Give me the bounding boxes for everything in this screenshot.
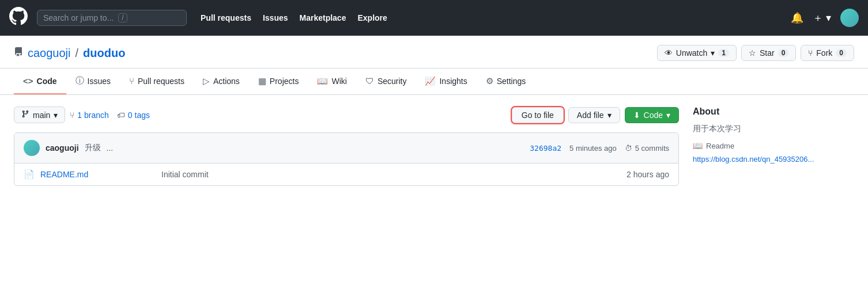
file-icon: 📄 [24,169,35,180]
star-button[interactable]: ☆ Star 0 [741,45,796,61]
search-placeholder-text: Search or jump to... [43,13,114,22]
commit-header: caoguoji 升级 ... 32698a2 5 minutes ago ⏱ … [14,133,678,163]
tab-security[interactable]: 🛡 Security [356,69,416,94]
tab-actions-label: Actions [213,77,240,86]
file-time: 2 hours ago [627,170,669,179]
topnav-marketplace[interactable]: Marketplace [300,13,346,22]
tag-icon: 🏷 [117,111,125,120]
topnav-pull-requests[interactable]: Pull requests [201,13,251,22]
create-button[interactable]: ＋ ▾ [813,11,831,25]
search-box[interactable]: Search or jump to... / [37,10,187,26]
download-icon: ⬇ [633,111,640,120]
tab-pull-requests[interactable]: ⑂ Pull requests [120,69,194,94]
commit-hash[interactable]: 32698a2 [530,144,561,153]
slash-key: / [118,13,127,22]
tab-insights-label: Insights [439,77,467,86]
tab-issues-label: Issues [88,77,111,86]
topnav-issues[interactable]: Issues [263,13,288,22]
commit-user-avatar [24,140,40,156]
notifications-button[interactable]: 🔔 [791,12,803,24]
tab-settings-label: Settings [497,77,526,86]
user-avatar[interactable] [840,9,859,27]
branch-count-link[interactable]: ⑂ 1 branch [70,111,108,120]
commit-count[interactable]: ⏱ 5 commits [625,144,669,153]
tab-projects[interactable]: ▦ Projects [249,69,308,94]
wiki-icon: 📖 [317,76,328,86]
add-file-chevron: ▾ [607,111,612,120]
unwatch-chevron: ▾ [711,48,715,58]
topnav-right: 🔔 ＋ ▾ [791,9,859,27]
tab-actions[interactable]: ▷ Actions [194,69,249,94]
tag-count-text: 0 tags [128,111,150,120]
repo-sidebar: About 用于本次学习 📖 Readme https://blog.csdn.… [693,106,854,186]
unwatch-button[interactable]: 👁 Unwatch ▾ 1 [657,45,737,61]
tab-wiki-label: Wiki [331,77,346,86]
code-chevron: ▾ [666,111,670,120]
tab-issues[interactable]: ⓘ Issues [66,69,120,94]
code-dropdown-button[interactable]: ⬇ Code ▾ [625,107,679,123]
about-description: 用于本次学习 [693,124,854,134]
repo-title: caoguoji / duoduo [14,47,125,60]
actions-icon: ▷ [203,76,210,86]
readme-icon: 📖 [693,141,703,150]
branch-chevron: ▾ [54,111,58,120]
tab-security-label: Security [378,77,407,86]
star-icon: ☆ [749,48,756,58]
repo-main: main ▾ ⑂ 1 branch 🏷 0 tags Go to file Ad… [14,106,679,186]
commit-message: 升级 [85,143,101,153]
repo-actions: 👁 Unwatch ▾ 1 ☆ Star 0 ⑂ Fork 0 [657,45,854,61]
tab-insights[interactable]: 📈 Insights [416,69,476,94]
github-logo[interactable] [9,7,28,29]
topnav: Search or jump to... / Pull requests Iss… [0,0,868,36]
commit-time: 5 minutes ago [569,144,617,153]
repo-name-link[interactable]: duoduo [83,47,125,60]
file-commit-msg: Initial commit [161,170,621,179]
unwatch-label: Unwatch [676,48,707,58]
about-link-text: https://blog.csdn.net/qn_45935206... [693,155,814,163]
file-list: caoguoji 升级 ... 32698a2 5 minutes ago ⏱ … [14,132,679,186]
projects-icon: ▦ [258,76,266,86]
readme-link[interactable]: 📖 Readme [693,141,854,150]
star-label: Star [760,48,775,58]
tab-settings[interactable]: ⚙ Settings [477,69,535,94]
pr-icon: ⑂ [129,76,134,86]
tag-count-link[interactable]: 🏷 0 tags [117,111,150,120]
repo-separator: / [76,47,79,60]
branch-meta: ⑂ 1 branch 🏷 0 tags [70,111,150,120]
branch-count-icon: ⑂ [70,111,74,120]
commit-ellipsis: ... [107,143,114,153]
file-name-link[interactable]: README.md [40,170,156,179]
file-row: 📄 README.md Initial commit 2 hours ago [14,163,678,185]
settings-icon: ⚙ [486,76,493,86]
repo-tabs: <> Code ⓘ Issues ⑂ Pull requests ▷ Actio… [0,69,868,95]
repo-owner-link[interactable]: caoguoji [28,47,71,60]
repo-content: main ▾ ⑂ 1 branch 🏷 0 tags Go to file Ad… [0,95,868,197]
unwatch-count: 1 [718,49,729,57]
history-icon: ⏱ [625,144,632,153]
about-section: About 用于本次学习 📖 Readme https://blog.csdn.… [693,106,854,163]
fork-button[interactable]: ⑂ Fork 0 [801,45,854,61]
about-title: About [693,106,854,117]
fork-label: Fork [816,48,832,58]
branch-name: main [33,111,50,120]
go-to-file-button[interactable]: Go to file [512,107,564,123]
external-link[interactable]: https://blog.csdn.net/qn_45935206... [693,155,854,163]
topnav-explore[interactable]: Explore [357,13,387,22]
tab-wiki[interactable]: 📖 Wiki [308,69,356,94]
branch-count-text: 1 branch [77,111,108,120]
issues-icon: ⓘ [76,75,84,86]
add-file-button[interactable]: Add file ▾ [568,107,620,123]
repo-icon [14,47,23,59]
tab-code[interactable]: <> Code [14,69,66,94]
repo-header: caoguoji / duoduo 👁 Unwatch ▾ 1 ☆ Star 0… [0,36,868,69]
insights-icon: 📈 [425,76,436,86]
commit-count-label: 5 commits [635,144,669,153]
commit-meta: 32698a2 5 minutes ago ⏱ 5 commits [530,144,669,153]
star-count: 0 [778,49,789,57]
branch-selector[interactable]: main ▾ [14,106,65,123]
tab-projects-label: Projects [270,77,299,86]
branch-bar: main ▾ ⑂ 1 branch 🏷 0 tags Go to file Ad… [14,106,679,123]
tab-pr-label: Pull requests [138,77,184,86]
eye-icon: 👁 [665,48,673,58]
commit-user-name[interactable]: caoguoji [46,143,79,153]
